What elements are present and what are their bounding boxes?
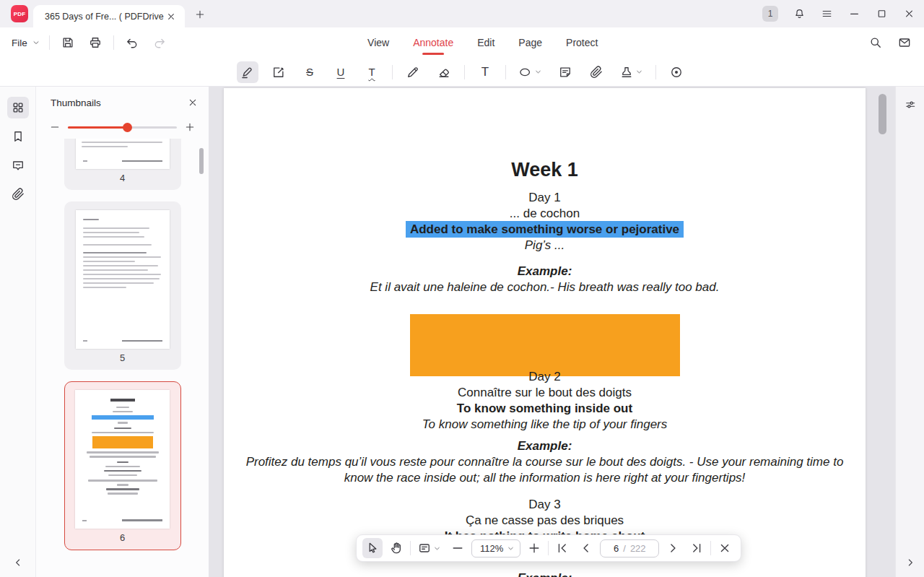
current-page-value: 6	[614, 543, 619, 554]
example-label: Example:	[224, 438, 866, 454]
print-button[interactable]	[86, 33, 105, 52]
tab-edit[interactable]: Edit	[477, 37, 494, 48]
sidebar-item-bookmarks[interactable]	[7, 126, 29, 147]
sticky-note-tool[interactable]	[554, 61, 576, 83]
thumbnail-page-number: 5	[76, 349, 170, 370]
blue-highlight[interactable]: Added to make something worse or pejorat…	[406, 221, 684, 238]
underline-tool[interactable]: U	[330, 61, 352, 83]
stamp-tool[interactable]	[616, 61, 646, 83]
right-sidebar-rail	[895, 87, 924, 577]
page-separator: /	[623, 543, 626, 554]
squiggly-glyph: T	[368, 66, 375, 77]
tab-title: 365 Days of Fre... ( PDFDrive ) *	[45, 12, 165, 22]
maximize-button[interactable]	[876, 8, 888, 20]
day3-french: Ça ne casse pas des briques	[224, 513, 866, 529]
thumbnail-page-4[interactable]: 4	[64, 139, 181, 190]
ribbon-tabs: View Annotate Edit Page Protect	[367, 27, 598, 58]
pencil-tool[interactable]	[402, 61, 424, 83]
expand-right-panel-button[interactable]	[905, 557, 916, 568]
collapse-left-panel-button[interactable]	[12, 557, 24, 568]
zoom-out-thumbnails-icon[interactable]	[49, 121, 61, 133]
zoom-in-thumbnails-icon[interactable]	[184, 121, 196, 133]
shapes-tool[interactable]	[515, 61, 545, 83]
thumbnails-scrollbar[interactable]	[199, 148, 204, 174]
hamburger-menu-icon[interactable]	[821, 8, 833, 20]
sidebar-item-thumbnails[interactable]	[7, 97, 29, 118]
minimize-button[interactable]	[848, 8, 860, 20]
reading-mode-button[interactable]	[414, 538, 444, 558]
day2-example: Example: Profitez du temps qu’il vous re…	[224, 438, 866, 486]
document-tab[interactable]: 365 Days of Fre... ( PDFDrive ) *	[33, 5, 185, 27]
highlighter-tool[interactable]	[237, 61, 258, 83]
properties-panel-icon[interactable]	[904, 98, 917, 111]
chevron-down-icon	[534, 68, 542, 76]
divider	[710, 541, 711, 555]
zoom-level-value: 112%	[480, 543, 503, 554]
user-badge[interactable]: 1	[762, 6, 778, 22]
tab-page[interactable]: Page	[518, 37, 542, 48]
slider-track[interactable]	[68, 126, 177, 129]
thumbnail-page-number: 4	[76, 169, 170, 190]
divider	[548, 541, 549, 555]
thumbnails-list: 4	[36, 139, 209, 577]
zoom-out-button[interactable]	[448, 538, 468, 558]
last-page-button[interactable]	[687, 538, 707, 558]
thumbnails-panel: Thumbnails	[36, 87, 209, 577]
show-annotations-tool[interactable]	[666, 61, 687, 83]
page-number-input[interactable]: 6 / 222	[600, 539, 659, 558]
eraser-tool[interactable]	[433, 61, 455, 83]
text-tool[interactable]: T	[474, 61, 496, 83]
pdf-page: Week 1 Day 1 ... de cochon Added to make…	[224, 88, 866, 577]
divider	[49, 35, 50, 50]
hand-tool[interactable]	[386, 538, 406, 558]
close-window-button[interactable]	[903, 8, 915, 20]
thumbnails-header: Thumbnails	[51, 95, 200, 110]
document-scrollbar[interactable]	[879, 94, 886, 134]
thumbnail-page-6[interactable]: 6	[64, 381, 181, 550]
day1-label: Day 1	[224, 190, 866, 206]
squiggly-underline-tool[interactable]: T	[361, 61, 383, 83]
area-highlight-tool[interactable]	[268, 61, 289, 83]
sidebar-item-comments[interactable]	[7, 155, 29, 176]
main-area: Thumbnails	[0, 87, 924, 577]
tab-annotate[interactable]: Annotate	[413, 37, 453, 48]
strikethrough-tool[interactable]: S	[299, 61, 321, 83]
chevron-down-icon	[32, 38, 40, 47]
zoom-in-button[interactable]	[524, 538, 544, 558]
slider-handle[interactable]	[123, 123, 132, 132]
document-viewer: Week 1 Day 1 ... de cochon Added to make…	[209, 87, 895, 577]
tab-protect[interactable]: Protect	[566, 37, 598, 48]
orange-highlight[interactable]	[410, 314, 680, 376]
save-button[interactable]	[58, 33, 77, 52]
sidebar-item-attachments[interactable]	[7, 183, 29, 205]
select-tool[interactable]	[362, 538, 383, 558]
divider	[464, 65, 465, 79]
new-tab-button[interactable]	[192, 6, 208, 22]
undo-button[interactable]	[123, 33, 141, 52]
redo-button[interactable]	[150, 33, 169, 52]
previous-page-button[interactable]	[576, 538, 596, 558]
menubar-left-group: File	[12, 27, 169, 58]
day3-label: Day 3	[224, 497, 866, 513]
day1-literal: Pig’s ...	[224, 238, 866, 253]
first-page-button[interactable]	[552, 538, 572, 558]
pdf-page-content: Week 1 Day 1 ... de cochon Added to make…	[224, 88, 866, 577]
notification-bell-icon[interactable]	[793, 8, 806, 20]
thumbnail-page-5[interactable]: 5	[64, 201, 181, 370]
tab-view[interactable]: View	[367, 37, 389, 48]
close-toolbar-button[interactable]	[715, 538, 735, 558]
tab-close-icon[interactable]	[165, 10, 178, 23]
strikethrough-glyph: S	[306, 66, 313, 77]
attachment-tool[interactable]	[585, 61, 607, 83]
example-label: Example:	[224, 264, 866, 279]
app-window: PDF 365 Days of Fre... ( PDFDrive ) * 1	[0, 0, 924, 577]
next-page-button[interactable]	[663, 538, 683, 558]
file-menu-button[interactable]: File	[12, 38, 40, 48]
zoom-level-dropdown[interactable]: 112%	[471, 539, 520, 558]
thumbnail-page-number: 6	[75, 529, 170, 550]
thumbnails-close-icon[interactable]	[186, 95, 200, 110]
search-icon[interactable]	[866, 33, 885, 52]
thumbnail-page-4-preview	[76, 139, 170, 169]
annotation-toolbar: S U T T	[0, 58, 924, 87]
mail-icon[interactable]	[895, 33, 914, 52]
